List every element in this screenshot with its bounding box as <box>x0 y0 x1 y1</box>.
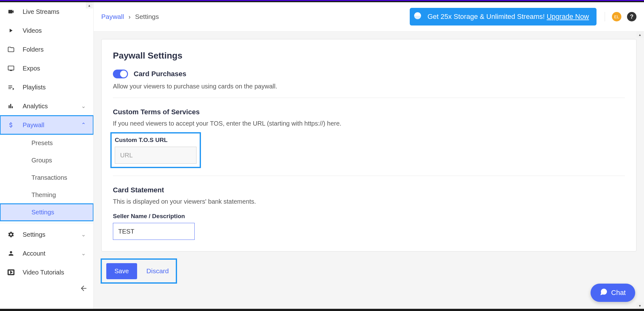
tos-url-input[interactable] <box>115 147 197 164</box>
playlist-icon <box>8 83 18 91</box>
breadcrumb: Paywall › Settings <box>101 13 159 20</box>
promo-text: Get 25x Storage & Unlimited Streams! Upg… <box>427 13 589 21</box>
discard-button[interactable]: Discard <box>144 263 171 279</box>
sidebar-label: Videos <box>23 27 42 34</box>
sidebar-item-paywall[interactable]: Paywall ⌃ <box>0 116 93 134</box>
chevron-down-icon: ⌄ <box>81 231 86 238</box>
sidebar-label: Folders <box>23 46 44 53</box>
save-button[interactable]: Save <box>106 263 137 279</box>
tos-title: Custom Terms of Services <box>113 108 625 116</box>
arrow-left-icon <box>80 284 88 292</box>
breadcrumb-paywall[interactable]: Paywall <box>101 13 124 20</box>
promo-banner[interactable]: Get 25x Storage & Unlimited Streams! Upg… <box>410 8 597 25</box>
settings-card: Paywall Settings Card Purchases Allow yo… <box>101 39 636 252</box>
sidebar-item-livestreams[interactable]: Live Streams <box>0 2 93 21</box>
sidebar-label: Video Tutorials <box>23 269 64 276</box>
page-title: Paywall Settings <box>113 51 625 61</box>
card-purchases-toggle[interactable] <box>113 70 128 78</box>
tos-desc: If you need viewers to accept your TOS, … <box>113 120 625 127</box>
video-tutorials-icon <box>8 269 18 276</box>
breadcrumb-current: Settings <box>135 13 159 20</box>
header-actions: EL ? <box>605 12 636 21</box>
sidebar-label: Playlists <box>23 84 46 91</box>
chevron-right-icon: › <box>128 13 130 20</box>
sidebar-item-expos[interactable]: Expos <box>0 59 93 78</box>
chevron-down-icon: ⌄ <box>81 103 86 110</box>
tos-url-label: Custom T.O.S URL <box>115 137 197 144</box>
card-statement-desc: This is displayed on your viewers' bank … <box>113 198 625 205</box>
gear-icon <box>8 231 18 238</box>
chat-widget[interactable]: Chat <box>591 284 635 302</box>
sidebar-item-account[interactable]: Account ⌄ <box>0 244 93 263</box>
chevron-down-icon: ⌄ <box>81 250 86 257</box>
scroll-down-icon[interactable]: ▼ <box>636 303 643 309</box>
upgrade-link[interactable]: Upgrade Now <box>547 13 589 20</box>
card-purchases-label: Card Purchases <box>134 70 186 78</box>
videocamera-icon <box>8 8 18 15</box>
sidebar-subitem-settings[interactable]: Settings <box>0 204 93 221</box>
bar-chart-icon <box>8 102 18 110</box>
sidebar-subitem-transactions[interactable]: Transactions <box>0 169 93 186</box>
card-purchases-row: Card Purchases <box>113 70 625 78</box>
card-purchases-desc: Allow your viewers to purchase using car… <box>113 83 625 90</box>
action-bar: Save Discard <box>101 259 176 283</box>
sidebar: ▲ Live Streams Videos <box>0 2 94 309</box>
folder-icon <box>8 46 18 53</box>
monitor-icon <box>8 65 18 72</box>
sidebar-subitem-theming[interactable]: Theming <box>0 186 93 204</box>
paywall-submenu: Presets Groups Transactions Theming Sett… <box>0 134 93 221</box>
sidebar-item-videos[interactable]: Videos <box>0 21 93 40</box>
chat-icon <box>600 288 608 297</box>
sidebar-subitem-groups[interactable]: Groups <box>0 152 93 169</box>
main-header: Paywall › Settings Get 25x Storage & Unl… <box>94 2 644 31</box>
scroll-up-icon[interactable]: ▲ <box>636 31 643 38</box>
window-bottom-bar <box>0 309 644 311</box>
chevron-up-icon: ⌃ <box>81 122 86 128</box>
play-icon <box>8 27 18 34</box>
sidebar-label: Expos <box>23 65 40 72</box>
chat-label: Chat <box>611 289 626 297</box>
card-statement-title: Card Statement <box>113 186 625 194</box>
seller-name-input[interactable] <box>113 223 195 240</box>
main-content: Paywall Settings Card Purchases Allow yo… <box>94 31 644 309</box>
window-top-bar <box>0 0 644 2</box>
help-icon[interactable]: ? <box>627 12 636 21</box>
divider <box>0 223 93 223</box>
person-icon <box>8 250 18 257</box>
tos-url-field-group: Custom T.O.S URL <box>113 135 198 166</box>
dollar-icon <box>8 121 18 129</box>
seller-name-label: Seller Name / Description <box>113 213 625 220</box>
sidebar-item-tutorials[interactable]: Video Tutorials <box>0 263 93 282</box>
sidebar-collapse-button[interactable] <box>0 282 93 292</box>
sidebar-item-playlists[interactable]: Playlists <box>0 78 93 97</box>
sidebar-label: Paywall <box>23 122 44 129</box>
sidebar-label: Account <box>23 250 45 257</box>
content-scrollbar[interactable]: ▲ ▼ <box>636 31 643 309</box>
sidebar-label: Live Streams <box>23 8 59 15</box>
main-area: Paywall › Settings Get 25x Storage & Unl… <box>94 2 644 309</box>
divider <box>113 176 625 176</box>
sidebar-subitem-presets[interactable]: Presets <box>0 134 93 152</box>
sidebar-label: Analytics <box>23 103 48 110</box>
user-avatar[interactable]: EL <box>612 12 621 21</box>
seller-name-field-group: Seller Name / Description <box>113 213 625 240</box>
dacast-logo-icon <box>413 11 422 22</box>
sidebar-item-settings[interactable]: Settings ⌄ <box>0 225 93 244</box>
divider <box>113 98 625 98</box>
sidebar-item-folders[interactable]: Folders <box>0 40 93 59</box>
sidebar-label: Settings <box>23 231 45 238</box>
sidebar-item-analytics[interactable]: Analytics ⌄ <box>0 97 93 116</box>
